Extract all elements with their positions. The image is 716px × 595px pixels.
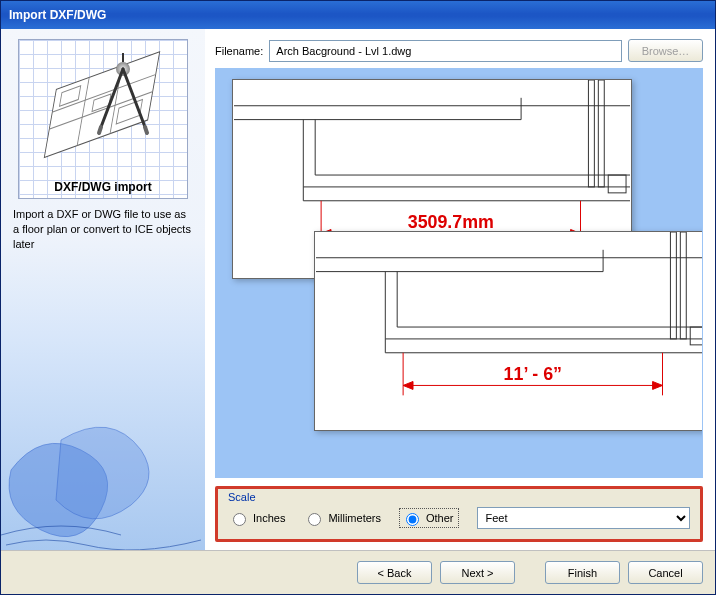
- svg-rect-15: [670, 232, 676, 339]
- sidebar-description: Import a DXF or DWG file to use as a flo…: [11, 207, 195, 252]
- content-area: Filename: Browse…: [205, 29, 715, 550]
- browse-button[interactable]: Browse…: [628, 39, 703, 62]
- scale-radio-millimeters-label: Millimeters: [328, 512, 381, 524]
- filename-label: Filename:: [215, 45, 263, 57]
- scale-radio-inches-input[interactable]: [233, 513, 246, 526]
- scale-radio-millimeters[interactable]: Millimeters: [303, 510, 381, 526]
- scale-radio-inches-label: Inches: [253, 512, 285, 524]
- scale-unit-select[interactable]: Feet: [477, 507, 691, 529]
- svg-rect-10: [598, 80, 604, 187]
- scale-radio-other[interactable]: Other: [399, 508, 459, 528]
- back-button[interactable]: < Back: [357, 561, 432, 584]
- svg-rect-0: [44, 52, 159, 158]
- scale-radio-inches[interactable]: Inches: [228, 510, 285, 526]
- preview-area: 3509.7mm: [215, 68, 703, 478]
- dxf-dwg-thumbnail-icon: [23, 44, 183, 194]
- svg-rect-9: [588, 80, 594, 187]
- ice-decoration-icon: [1, 350, 205, 550]
- scale-group: Scale Inches Millimeters Other: [215, 486, 703, 542]
- titlebar[interactable]: Import DXF/DWG: [1, 1, 715, 29]
- scale-radio-other-label: Other: [426, 512, 454, 524]
- finish-button[interactable]: Finish: [545, 561, 620, 584]
- floorplan-preview-imperial: 11’ - 6”: [314, 231, 703, 431]
- import-dxf-dwg-window: Import DXF/DWG: [0, 0, 716, 595]
- import-thumbnail: DXF/DWG import: [18, 39, 188, 199]
- dimension-imperial: 11’ - 6”: [504, 365, 562, 385]
- sidebar: DXF/DWG import Import a DXF or DWG file …: [1, 29, 205, 550]
- scale-legend: Scale: [228, 491, 690, 503]
- scale-radio-millimeters-input[interactable]: [308, 513, 321, 526]
- svg-rect-16: [680, 232, 686, 339]
- thumbnail-caption: DXF/DWG import: [19, 180, 187, 194]
- svg-rect-17: [690, 327, 703, 345]
- scale-radio-other-input[interactable]: [406, 513, 419, 526]
- filename-row: Filename: Browse…: [215, 39, 703, 62]
- next-button[interactable]: Next >: [440, 561, 515, 584]
- svg-rect-11: [608, 175, 626, 193]
- wizard-footer: < Back Next > Finish Cancel: [1, 550, 715, 594]
- window-title: Import DXF/DWG: [9, 8, 106, 22]
- cancel-button[interactable]: Cancel: [628, 561, 703, 584]
- dimension-mm: 3509.7mm: [408, 213, 494, 233]
- filename-input[interactable]: [269, 40, 622, 62]
- client-area: DXF/DWG import Import a DXF or DWG file …: [1, 29, 715, 594]
